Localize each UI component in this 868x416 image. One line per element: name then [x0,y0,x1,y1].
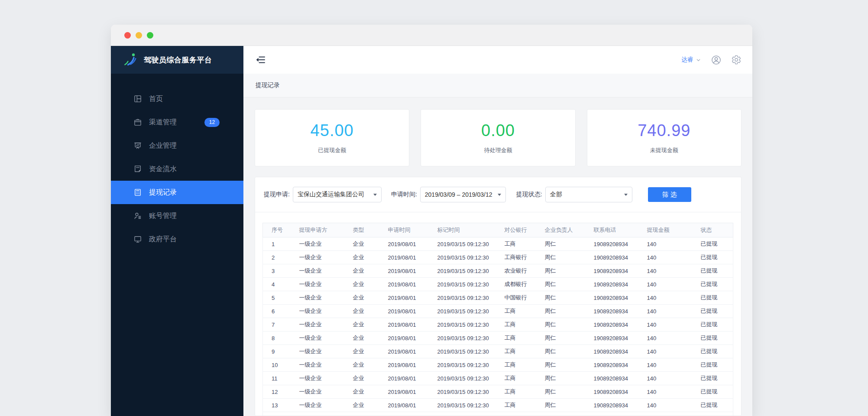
app-window: 驾驶员综合服务平台 首页 渠道管理 12 企业管理 资金流水 提现记录 账号管理… [111,25,752,416]
collapse-sidebar-icon[interactable] [256,54,267,65]
settings-icon[interactable] [731,55,742,65]
cell-applicant: 一级企业 [291,358,344,372]
records-table: 序号提现申请方类型申请时间标记时间对公银行企业负责人联系电话提现金额状态 1一级… [262,223,733,416]
cell-apply_time: 2019/08/01 [379,345,429,358]
topbar-actions: 达睿 [681,55,742,65]
cell-status: 已提现 [692,318,733,332]
cell-index: 3 [263,264,291,278]
table-row[interactable]: 3一级企业企业2019/08/012019/03/15 09:12:30农业银行… [263,264,733,278]
cell-bank: 工商 [496,412,536,416]
cell-mark_time: 2019/03/15 09:12:30 [429,358,496,372]
cell-apply_time: 2019/08/01 [379,278,429,291]
cell-phone: 19089208934 [585,345,638,358]
table-row[interactable]: 12一级企业企业2019/08/012019/03/15 09:12:30工商周… [263,385,733,399]
chevron-down-icon[interactable] [696,57,701,63]
cell-applicant: 一级企业 [291,237,344,251]
cell-bank: 工商 [496,332,536,345]
cell-bank: 工商 [496,399,536,412]
col-amount: 提现金额 [638,223,692,237]
cell-phone: 19089208934 [585,291,638,305]
cell-phone: 19089208934 [585,318,638,332]
cell-phone: 19089208934 [585,358,638,372]
table-row[interactable]: 11一级企业企业2019/08/012019/03/15 09:12:30工商周… [263,372,733,385]
cell-apply_time: 2019/08/01 [379,291,429,305]
applicant-select[interactable]: 宝保山交通运输集团公司 [293,187,382,202]
cell-manager: 周仁 [536,385,585,399]
filter-button[interactable]: 筛 选 [648,187,691,202]
user-menu[interactable]: 达睿 [681,56,693,64]
cell-type: 企业 [344,305,379,318]
cell-type: 企业 [344,318,379,332]
content-area: 达睿 [243,46,752,416]
sidebar-item-home[interactable]: 首页 [111,87,243,110]
table-row[interactable]: 14一级企业企业2019/08/012019/03/15 09:12:30工商周… [263,412,733,416]
cell-amount: 140 [638,264,692,278]
cell-applicant: 一级企业 [291,305,344,318]
cell-type: 企业 [344,345,379,358]
cell-applicant: 一级企业 [291,372,344,385]
status-select[interactable]: 全部 [545,187,632,202]
cell-apply_time: 2019/08/01 [379,399,429,412]
cell-mark_time: 2019/03/15 09:12:30 [429,412,496,416]
date-range-select[interactable]: 2019/03/09 – 2019/03/12 [420,187,506,202]
cell-index: 6 [263,305,291,318]
cell-mark_time: 2019/03/15 09:12:30 [429,291,496,305]
stat-label: 待处理金额 [484,146,512,154]
cell-apply_time: 2019/08/01 [379,412,429,416]
app-body: 驾驶员综合服务平台 首页 渠道管理 12 企业管理 资金流水 提现记录 账号管理… [111,46,752,416]
cell-bank: 工商 [496,358,536,372]
cell-type: 企业 [344,251,379,264]
cell-amount: 140 [638,358,692,372]
cell-manager: 周仁 [536,345,585,358]
table-row[interactable]: 13一级企业企业2019/08/012019/03/15 09:12:30工商周… [263,399,733,412]
sidebar-item-enterprises[interactable]: 企业管理 [111,134,243,157]
cell-apply_time: 2019/08/01 [379,318,429,332]
breadcrumb-bar: 提现记录 [243,74,752,98]
cell-type: 企业 [344,237,379,251]
table-row[interactable]: 4一级企业企业2019/08/012019/03/15 09:12:30成都银行… [263,278,733,291]
table-row[interactable]: 1一级企业企业2019/08/012019/03/15 09:12:30工商周仁… [263,237,733,251]
cell-amount: 140 [638,291,692,305]
cell-type: 企业 [344,412,379,416]
cell-apply_time: 2019/08/01 [379,264,429,278]
cell-mark_time: 2019/03/15 09:12:30 [429,305,496,318]
table-row[interactable]: 5一级企业企业2019/08/012019/03/15 09:12:30中国银行… [263,291,733,305]
sidebar-item-funds[interactable]: 资金流水 [111,157,243,181]
traffic-light-minimize[interactable] [136,32,142,39]
cell-index: 12 [263,385,291,399]
cell-amount: 140 [638,305,692,318]
table-row[interactable]: 2一级企业企业2019/08/012019/03/15 09:12:30工商银行… [263,251,733,264]
traffic-light-close[interactable] [124,32,131,39]
traffic-light-zoom[interactable] [147,32,153,39]
notification-badge: 12 [204,118,220,127]
cell-apply_time: 2019/08/01 [379,358,429,372]
cell-status: 已提现 [692,412,733,416]
sidebar-item-withdrawals[interactable]: 提现记录 [111,181,243,204]
cell-index: 7 [263,318,291,332]
user-list-icon [133,211,142,220]
cell-bank: 工商银行 [496,251,536,264]
cell-phone: 19089208934 [585,264,638,278]
table-row[interactable]: 9一级企业企业2019/08/012019/03/15 09:12:30工商周仁… [263,345,733,358]
table-row[interactable]: 7一级企业企业2019/08/012019/03/15 09:12:30工商周仁… [263,318,733,332]
table-row[interactable]: 8一级企业企业2019/08/012019/03/15 09:12:30工商周仁… [263,332,733,345]
cell-type: 企业 [344,385,379,399]
cell-status: 已提现 [692,345,733,358]
user-avatar-icon[interactable] [711,55,722,65]
sidebar-item-government[interactable]: 政府平台 [111,228,243,251]
cell-applicant: 一级企业 [291,264,344,278]
cell-mark_time: 2019/03/15 09:12:30 [429,399,496,412]
dashboard-icon [133,94,142,103]
cell-amount: 140 [638,237,692,251]
sidebar-item-accounts[interactable]: 账号管理 [111,204,243,228]
table-row[interactable]: 6一级企业企业2019/08/012019/03/15 09:12:30工商周仁… [263,305,733,318]
table-row[interactable]: 10一级企业企业2019/08/012019/03/15 09:12:30工商周… [263,358,733,372]
table-container: 序号提现申请方类型申请时间标记时间对公银行企业负责人联系电话提现金额状态 1一级… [255,212,741,416]
cell-phone: 19089208934 [585,412,638,416]
cell-mark_time: 2019/03/15 09:12:30 [429,372,496,385]
cell-manager: 周仁 [536,318,585,332]
sidebar-item-channels[interactable]: 渠道管理 12 [111,110,243,134]
col-mark_time: 标记时间 [429,223,496,237]
cell-index: 5 [263,291,291,305]
cell-applicant: 一级企业 [291,278,344,291]
